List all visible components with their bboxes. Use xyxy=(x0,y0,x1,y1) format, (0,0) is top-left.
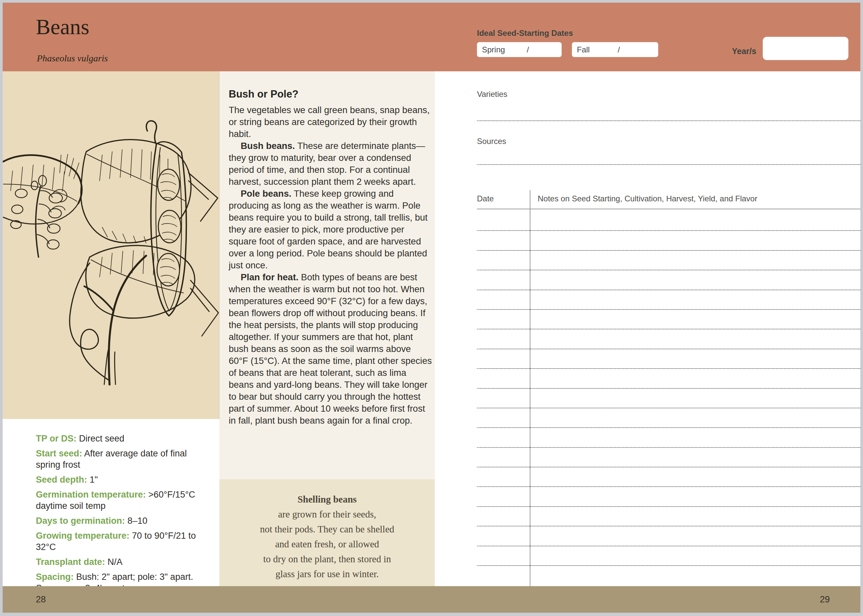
ruled-line xyxy=(477,251,860,270)
fact-label: Spacing: xyxy=(36,572,74,582)
paragraph-lead: Bush beans. xyxy=(241,141,295,151)
bean-botanical-illustration xyxy=(3,71,219,419)
notes-column-header: Notes on Seed Starting, Cultivation, Har… xyxy=(538,194,757,203)
spring-field-separator: / xyxy=(527,45,529,54)
paragraph-text: The vegetables we call green beans, snap… xyxy=(229,105,430,139)
footer-band: 28 29 xyxy=(3,586,860,613)
ruled-line xyxy=(477,290,860,310)
sources-label: Sources xyxy=(477,137,506,146)
year-field[interactable] xyxy=(763,37,849,60)
fact-label: TP or DS: xyxy=(36,434,77,443)
table-header-rule xyxy=(477,209,860,209)
fact-tp-or-ds: TP or DS: Direct seed xyxy=(36,433,203,444)
date-column-header: Date xyxy=(477,194,494,203)
ruled-line xyxy=(477,270,860,290)
fall-date-field[interactable]: Fall / xyxy=(572,42,658,57)
note-line: and eaten fresh, or allowed xyxy=(219,537,435,552)
ruled-line xyxy=(477,507,860,526)
ruled-line xyxy=(477,409,860,428)
article-paragraph: Pole beans. These keep growing and produ… xyxy=(229,188,433,271)
fact-label: Start seed: xyxy=(36,448,82,459)
ruled-line xyxy=(477,467,860,487)
ruled-line xyxy=(477,231,860,250)
header-band: Beans Phaseolus vulgaris Ideal Seed-Star… xyxy=(3,3,860,71)
paragraph-lead: Plan for heat. xyxy=(241,272,298,282)
ruled-line xyxy=(477,487,860,506)
note-line: to dry on the plant, then stored in xyxy=(219,552,435,567)
paragraph-text: Both types of beans are best when the we… xyxy=(229,272,432,426)
article-paragraph: Bush beans. These are determinate plants… xyxy=(229,140,433,188)
culture-facts-panel: TP or DS: Direct seed Start seed: After … xyxy=(3,419,219,587)
article-heading: Bush or Pole? xyxy=(229,88,433,100)
fact-label: Seed depth: xyxy=(36,475,87,485)
varieties-label: Varieties xyxy=(477,90,507,99)
fact-value: N/A xyxy=(107,557,123,567)
fact-label: Germination temperature: xyxy=(36,490,146,500)
fact-label: Growing temperature: xyxy=(36,531,129,541)
note-line: glass jars for use in winter. xyxy=(219,567,435,581)
ruled-line xyxy=(477,329,860,349)
fact-days-to-germination: Days to germination: 8–10 xyxy=(36,515,203,526)
ruled-line xyxy=(477,428,860,448)
article-column: Bush or Pole? The vegetables we call gre… xyxy=(219,71,435,587)
ruled-line xyxy=(477,349,860,369)
ruled-line xyxy=(477,389,860,409)
ruled-line xyxy=(477,310,860,329)
fact-label: Transplant date: xyxy=(36,557,105,567)
notes-ruled-lines xyxy=(477,211,860,566)
page-surface: Beans Phaseolus vulgaris Ideal Seed-Star… xyxy=(3,3,860,613)
ruled-line xyxy=(477,211,860,231)
article: Bush or Pole? The vegetables we call gre… xyxy=(229,88,433,427)
fact-growing-temperature: Growing temperature: 70 to 90°F/21 to 32… xyxy=(36,530,203,553)
fact-germination-temperature: Germination temperature: >60°F/15°C dayt… xyxy=(36,489,203,512)
varieties-write-in-line xyxy=(477,120,860,121)
fact-value: Direct seed xyxy=(79,434,124,443)
fall-field-separator: / xyxy=(618,45,620,54)
fact-seed-depth: Seed depth: 1" xyxy=(36,474,203,485)
fact-value: 1" xyxy=(90,475,98,485)
fact-value: 8–10 xyxy=(128,516,147,526)
ruled-line xyxy=(477,448,860,467)
shelling-beans-note: Shelling beans are grown for their seeds… xyxy=(219,479,435,587)
botanical-name: Phaseolus vulgaris xyxy=(37,53,108,64)
note-line: Shelling beans xyxy=(219,492,435,507)
year-label: Year/s xyxy=(732,46,756,56)
note-line: not their pods. They can be shelled xyxy=(219,522,435,537)
spring-field-label: Spring xyxy=(482,45,505,54)
ruled-line xyxy=(477,546,860,566)
page-number-left: 28 xyxy=(36,594,46,605)
fact-transplant-date: Transplant date: N/A xyxy=(36,556,203,567)
spring-date-field[interactable]: Spring / xyxy=(477,42,562,57)
note-line: are grown for their seeds, xyxy=(219,507,435,522)
seed-dates-heading: Ideal Seed-Starting Dates xyxy=(477,28,573,38)
paragraph-text: These keep growing and producing as long… xyxy=(229,189,428,270)
ruled-line xyxy=(477,526,860,546)
fact-label: Days to germination: xyxy=(36,516,125,526)
article-paragraph: The vegetables we call green beans, snap… xyxy=(229,104,433,140)
page-title: Beans xyxy=(36,16,89,38)
fall-field-label: Fall xyxy=(577,45,590,54)
sources-write-in-line xyxy=(477,164,860,165)
article-paragraph: Plan for heat. Both types of beans are b… xyxy=(229,271,433,427)
fact-start-seed: Start seed: After average date of final … xyxy=(36,448,203,470)
page-number-right: 29 xyxy=(820,594,830,605)
paragraph-lead: Pole beans. xyxy=(241,189,291,199)
ruled-line xyxy=(477,369,860,388)
book-spread: Beans Phaseolus vulgaris Ideal Seed-Star… xyxy=(0,0,863,616)
